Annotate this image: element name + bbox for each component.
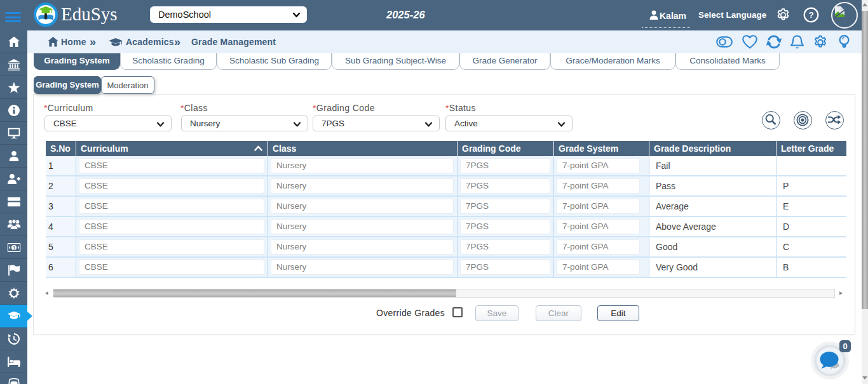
svg-text:1: 1: [12, 244, 15, 250]
svg-text:?: ?: [808, 10, 813, 20]
